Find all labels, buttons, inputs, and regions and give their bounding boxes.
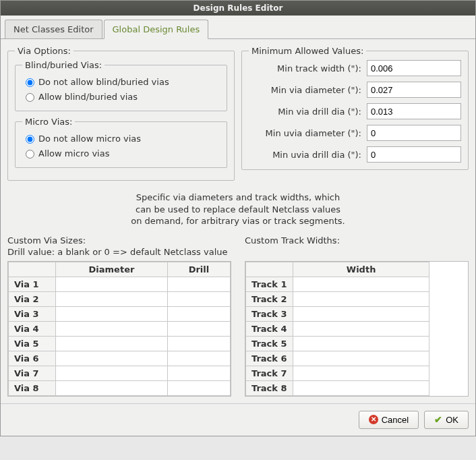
radio-micro-yes[interactable]: Allow micro vias [22,146,220,161]
help-text: Specific via diameters and track widths,… [7,186,469,235]
row-label: Track 6 [246,351,293,366]
tab-content: Via Options: Blind/buried Vias: Do not a… [1,39,475,403]
min-values-legend: Minimum Allowed Values: [249,46,366,56]
cell[interactable] [167,351,230,366]
window-title: Design Rules Editor [194,3,283,13]
table-filler [429,306,468,321]
radio-input-micro-no[interactable] [26,135,34,144]
radio-label: Do not allow blind/buried vias [38,77,169,87]
table-corner [246,262,293,277]
titlebar: Design Rules Editor [1,1,475,16]
table-row: Track 5 [246,336,468,351]
custom-via-help: Drill value: a blank or 0 => default Net… [7,247,231,257]
row-label: Track 4 [246,321,293,336]
cell[interactable] [56,336,168,351]
custom-track-table[interactable]: Width Track 1 Track 2 Track 3 Track 4 Tr… [245,262,468,396]
cancel-label: Cancel [382,415,409,425]
row-label: Via 8 [9,380,56,395]
cell[interactable] [167,291,230,306]
ok-button[interactable]: ✔ OK [424,411,469,429]
row-label: Track 8 [246,380,293,395]
cell[interactable] [56,351,168,366]
min-track-label: Min track width ("): [249,63,367,74]
radio-label: Allow blind/buried vias [38,92,138,102]
cell[interactable] [56,321,168,336]
col-drill: Drill [167,262,230,277]
cell[interactable] [293,291,429,306]
cell[interactable] [56,366,168,380]
row-label: Track 1 [246,277,293,291]
table-row: Via 3 [9,306,231,321]
cell[interactable] [56,291,168,306]
cancel-button[interactable]: ✕ Cancel [359,411,419,429]
ok-label: OK [446,415,458,425]
custom-track-spacer [245,247,469,257]
help-l1: Specific via diameters and track widths,… [136,192,340,202]
cell[interactable] [56,277,168,291]
cell[interactable] [56,306,168,321]
table-filler [429,351,468,366]
row-label: Track 5 [246,336,293,351]
dialog-window: Design Rules Editor Net Classes Editor G… [0,0,476,436]
cell[interactable] [56,380,168,395]
row-label: Track 3 [246,306,293,321]
table-row: Track 2 [246,291,468,306]
radio-blind-yes[interactable]: Allow blind/buried vias [22,89,220,104]
min-uvia-drill-input[interactable] [367,146,461,163]
radio-micro-no[interactable]: Do not allow micro vias [22,131,220,146]
cell[interactable] [293,351,429,366]
radio-input-blind-yes[interactable] [26,93,34,102]
dialog-button-bar: ✕ Cancel ✔ OK [1,403,475,436]
min-via-drill-input[interactable] [367,103,461,119]
cell[interactable] [167,321,230,336]
tab-net-classes[interactable]: Net Classes Editor [5,20,102,38]
micro-vias-legend: Micro Vias: [22,117,75,127]
radio-input-micro-yes[interactable] [26,150,34,159]
row-label: Via 3 [9,306,56,321]
cell[interactable] [167,277,230,291]
min-via-dia-input[interactable] [367,82,461,98]
cell[interactable] [293,380,429,395]
table-filler [429,336,468,351]
col-width: Width [293,262,429,277]
min-uvia-dia-input[interactable] [367,125,461,141]
cell[interactable] [293,306,429,321]
table-row: Track 8 [246,380,468,395]
custom-via-table-wrap: Diameter Drill Via 1 Via 2 Via 3 Via 4 V… [7,261,231,397]
cell[interactable] [167,380,230,395]
row-label: Track 7 [246,366,293,380]
cell[interactable] [293,336,429,351]
cell[interactable] [167,306,230,321]
cell[interactable] [293,366,429,380]
table-filler [429,380,468,395]
table-row: Via 8 [9,380,231,395]
cell[interactable] [293,321,429,336]
via-options-group: Via Options: Blind/buried Vias: Do not a… [7,46,235,181]
help-l2: can be used to replace default Netclass … [136,204,340,214]
ok-icon: ✔ [434,415,442,424]
min-via-dia-label: Min via diameter ("): [249,85,367,95]
cell[interactable] [293,277,429,291]
blind-vias-legend: Blind/buried Vias: [22,60,105,70]
radio-label: Allow micro vias [38,148,109,159]
table-row: Track 1 [246,277,468,291]
min-track-input[interactable] [367,60,461,76]
tab-label: Global Design Rules [113,24,200,34]
blind-vias-group: Blind/buried Vias: Do not allow blind/bu… [15,60,227,111]
table-row: Via 4 [9,321,231,336]
cell[interactable] [167,336,230,351]
row-label: Via 2 [9,291,56,306]
radio-input-blind-no[interactable] [26,78,34,87]
radio-blind-no[interactable]: Do not allow blind/buried vias [22,74,220,89]
table-row: Track 4 [246,321,468,336]
table-row: Track 3 [246,306,468,321]
table-corner [9,262,56,277]
row-label: Via 6 [9,351,56,366]
cell[interactable] [167,366,230,380]
help-l3: on demand, for arbitrary vias or track s… [131,216,345,226]
row-label: Via 7 [9,366,56,380]
custom-via-table[interactable]: Diameter Drill Via 1 Via 2 Via 3 Via 4 V… [8,262,231,396]
tab-global-design-rules[interactable]: Global Design Rules [104,20,209,39]
table-filler [429,321,468,336]
via-options-legend: Via Options: [15,46,73,56]
